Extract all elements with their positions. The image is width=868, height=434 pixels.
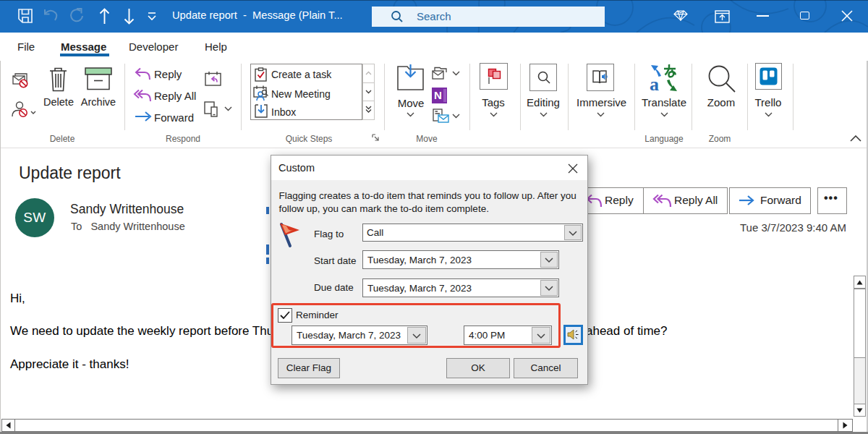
svg-text:a: a (650, 74, 659, 93)
